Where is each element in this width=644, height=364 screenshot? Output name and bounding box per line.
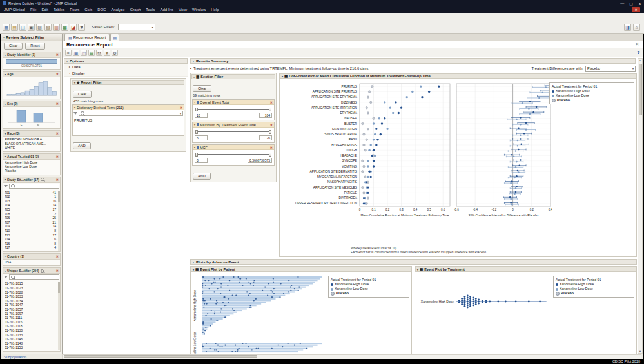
menu-item[interactable]: File [30, 8, 37, 12]
legend-item[interactable]: Xanomeline Low Dose [552, 93, 632, 98]
list-item[interactable]: AMERICAN INDIAN OR A... [5, 137, 59, 142]
section-header[interactable]: ▾Unique S...tifier (254)✕ [3, 268, 60, 274]
list-item[interactable]: 01-701-1015 [5, 282, 59, 286]
report-filter-band[interactable]: ▾◆Report Filter [72, 80, 184, 85]
max-value-input[interactable]: 104 [259, 113, 272, 118]
collapse-icon[interactable]: ▾ [194, 123, 195, 126]
minimize-icon[interactable]: — [620, 1, 624, 6]
scrollbar-thumb[interactable] [639, 64, 642, 115]
scroll-up-icon[interactable]: ▲ [638, 59, 642, 62]
document-close-icon[interactable]: ✕ [632, 7, 640, 12]
close-icon[interactable]: ✕ [56, 269, 59, 273]
list-item[interactable]: 01-701-1047 [5, 303, 59, 307]
saved-filters-select[interactable]: ▾ [118, 24, 155, 30]
list-item[interactable]: 7146 [5, 237, 59, 242]
slider-track[interactable] [197, 131, 270, 132]
collapse-icon[interactable]: ▾ [66, 59, 68, 62]
legend-item[interactable]: Xanomeline Low Dose [556, 287, 632, 291]
new-data-table-icon[interactable]: ▦ [3, 24, 10, 31]
forest-plot[interactable]: PRURITUSAPPLICATION SITE PRURITUSAPPLICA… [281, 80, 552, 231]
event-plot-by-treatment[interactable]: Xanomeline High Dose [416, 273, 553, 354]
print-icon[interactable]: ▣ [28, 24, 35, 31]
menu-item[interactable]: View [179, 8, 187, 12]
age-histogram[interactable] [5, 78, 59, 97]
and-button[interactable]: AND [193, 173, 211, 180]
study-identifier-bar[interactable] [6, 59, 57, 64]
event-plot-patient-band[interactable]: ▾▦Event Plot by Patient [191, 267, 411, 272]
menu-item[interactable]: Edit [42, 8, 48, 12]
collapse-icon[interactable]: ▾ [5, 155, 6, 158]
menu-item[interactable]: Analyze [111, 8, 124, 12]
reset-button[interactable]: Reset [25, 43, 44, 50]
slider-handle-high[interactable] [269, 153, 271, 157]
legend-item[interactable]: Xanomeline High Dose [331, 282, 407, 287]
term-filter-header[interactable]: ▾Dictionary-Derived Term (211)✕ [73, 105, 184, 110]
max-value-input[interactable]: 0.5666730575 [248, 158, 272, 163]
list-item[interactable]: Placebo [5, 169, 59, 173]
collapse-icon[interactable]: ▾ [193, 59, 194, 62]
close-report-icon[interactable]: ✕ [635, 42, 639, 47]
data-outline-row[interactable]: ▸Data [64, 64, 188, 70]
plots-by-adverse-event-band[interactable]: ▾Plots by Adverse Event [190, 259, 637, 265]
close-icon[interactable]: ✕ [638, 1, 641, 6]
collapse-icon[interactable]: ▾ [5, 132, 6, 135]
section-header[interactable]: ▾Actual Tr...riod 01 (3)✕ [3, 154, 60, 160]
list-item[interactable]: 70141 [5, 191, 59, 195]
home-window-icon[interactable]: ⌂ [633, 24, 640, 31]
filter-header[interactable]: ▾MCF✕ [193, 145, 274, 150]
journal-icon[interactable]: ▧ [44, 24, 52, 31]
data-table-icon[interactable]: ▦ [73, 50, 79, 56]
search-icon[interactable] [41, 269, 44, 273]
fit-model-icon[interactable]: ▩ [61, 24, 68, 31]
legend-item[interactable]: Placebo [556, 291, 632, 296]
event-plot-by-patient[interactable]: Xanomeline High DoseXanomeline Low Dose [192, 273, 329, 354]
outline-icon[interactable]: ≡ [65, 50, 72, 56]
list-item[interactable]: 7168 [5, 242, 59, 246]
and-button[interactable]: AND [73, 142, 91, 149]
data-filter-icon[interactable]: ▼ [78, 24, 85, 31]
save-icon[interactable]: ◫ [19, 24, 26, 31]
section-filter-band[interactable]: ▾▦Section Filter [191, 74, 275, 79]
mail-icon[interactable]: ✉ [96, 50, 102, 56]
filter-header[interactable]: ▾Overall Event Total✕ [193, 100, 274, 105]
close-icon[interactable]: ✕ [270, 101, 273, 104]
scrollbar[interactable] [58, 282, 60, 350]
slider-track[interactable] [197, 109, 270, 110]
collapse-icon[interactable]: ▾ [417, 268, 418, 271]
min-value-input[interactable]: 5 [195, 135, 208, 140]
collapse-icon[interactable]: ▾ [282, 75, 283, 78]
scrollbar[interactable] [58, 191, 60, 251]
list-item[interactable]: 01-701-1153 [5, 345, 59, 350]
range-slider[interactable] [195, 151, 271, 157]
section-header[interactable]: ▾Study Sit...ntifier (17)✕ [3, 177, 60, 183]
collapse-icon[interactable]: ▾ [74, 106, 75, 109]
legend-item[interactable]: Xanomeline Low Dose [331, 287, 407, 291]
min-value-input[interactable]: 0 [195, 158, 208, 163]
list-item[interactable]: 70914 [5, 224, 59, 229]
tab-stub[interactable]: ▤ [110, 34, 119, 41]
scrollbar-thumb[interactable] [64, 355, 257, 358]
list-item[interactable]: 70721 [5, 220, 59, 225]
collapse-icon[interactable]: ▾ [5, 102, 6, 106]
menu-item[interactable]: Graph [130, 8, 141, 12]
menu-item[interactable]: Window [192, 8, 206, 12]
forest-plot-band[interactable]: ▾▦Dot-Forest Plot of Mean Cumulative Fun… [280, 73, 636, 79]
filter-header[interactable]: ▾Maximum By Treatment Event Total✕ [193, 122, 274, 128]
collapse-icon[interactable]: ▾ [5, 73, 6, 76]
menu-item[interactable]: Rows [70, 8, 79, 12]
filter-icon[interactable]: ▼ [104, 50, 110, 56]
list-item[interactable]: 01-701-1033 [5, 294, 59, 299]
collapse-icon[interactable]: ▾ [5, 254, 6, 258]
section-header[interactable]: ▾Country (1)✕ [3, 254, 60, 260]
collapse-icon[interactable]: ▾ [74, 81, 75, 84]
collapse-icon[interactable]: ▾ [69, 72, 70, 75]
maximize-icon[interactable]: ▢ [629, 1, 633, 6]
slider-handle-low[interactable] [195, 130, 198, 134]
slider-handle-high[interactable] [269, 130, 271, 134]
menu-item[interactable]: JMP Clinical [4, 8, 25, 12]
close-icon[interactable]: ✕ [56, 254, 59, 258]
list-item[interactable]: 70414 [5, 203, 59, 207]
menu-item[interactable]: Help [211, 8, 219, 12]
list-item[interactable]: Xanomeline High Dose [5, 160, 59, 165]
list-item[interactable]: 70517 [5, 207, 59, 212]
